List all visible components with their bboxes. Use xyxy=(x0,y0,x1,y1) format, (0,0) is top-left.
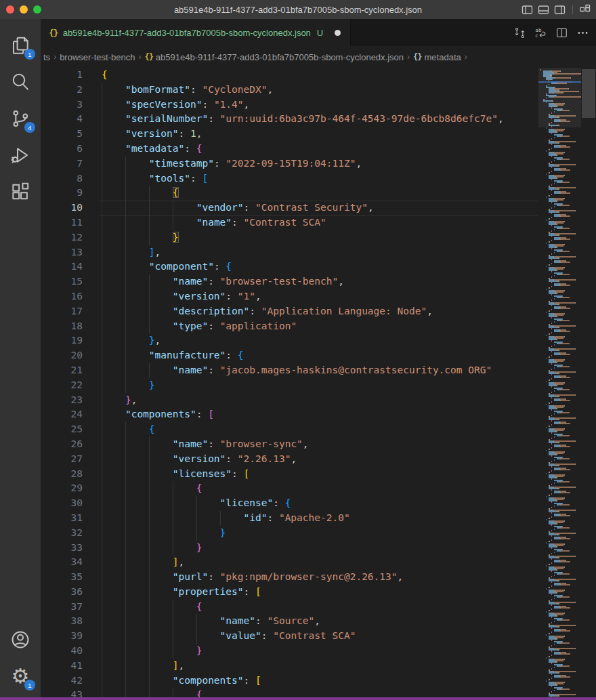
code-line[interactable]: 27 "version": "2.26.13", xyxy=(41,452,538,467)
breadcrumb-file[interactable]: {} ab591e4b-911f-4377-add3-01bfa7b7005b-… xyxy=(144,52,404,62)
line-number: 26 xyxy=(41,437,83,452)
unsaved-dot-icon[interactable] xyxy=(335,30,341,36)
code-line[interactable]: 17 "description": "Application Language:… xyxy=(41,304,538,319)
indent-guide xyxy=(125,215,126,230)
accounts-button[interactable] xyxy=(0,621,41,658)
code-line[interactable]: 5 "version": 1, xyxy=(41,127,538,142)
code-line[interactable]: 11 "name": "Contrast SCA" xyxy=(41,215,538,230)
code-line[interactable]: 32 } xyxy=(41,526,538,541)
code-line[interactable]: 7 "timestamp": "2022-09-15T19:04:11Z", xyxy=(41,157,538,171)
indent-guide xyxy=(149,644,150,659)
code-line[interactable]: 30 "license": { xyxy=(41,496,538,511)
breadcrumb-symbol-metadata[interactable]: {} metadata xyxy=(413,52,461,62)
code-line[interactable]: 33 } xyxy=(41,541,538,556)
code-line[interactable]: 10 "vendor": "Contrast Security", xyxy=(41,201,538,215)
code-line[interactable]: 1{ xyxy=(41,68,538,83)
code-line[interactable]: 23 }, xyxy=(41,393,538,408)
customize-layout-icon[interactable] xyxy=(580,4,591,15)
code-line[interactable]: 29 { xyxy=(41,481,538,496)
code-line[interactable]: 40 } xyxy=(41,644,538,659)
indent-guide xyxy=(125,614,126,629)
code-line[interactable]: 36 "properties": [ xyxy=(41,585,538,600)
word-wrap-icon[interactable]: ab c xyxy=(534,26,547,39)
code-line[interactable]: 34 ], xyxy=(41,555,538,570)
indent-guide xyxy=(125,363,126,378)
code-line[interactable]: 43 { xyxy=(41,688,538,697)
indent-guide xyxy=(125,481,126,496)
indent-guide xyxy=(149,629,150,644)
indent-guide xyxy=(102,629,102,644)
code-line[interactable]: 16 "version": "1", xyxy=(41,289,538,304)
code-line[interactable]: 31 "id": "Apache-2.0" xyxy=(41,511,538,526)
json-file-icon: {} xyxy=(144,52,152,62)
code-line[interactable]: 3 "specVersion": "1.4", xyxy=(41,98,538,112)
code-line[interactable]: 21 "name": "jacob.mages-haskins@contrast… xyxy=(41,363,538,378)
toggle-secondary-sidebar-icon[interactable] xyxy=(554,4,566,16)
code-line[interactable]: 19 }, xyxy=(41,333,538,348)
code-line[interactable]: 37 { xyxy=(41,600,538,615)
code-line[interactable]: 20 "manufacture": { xyxy=(41,348,538,363)
vertical-scrollbar[interactable] xyxy=(581,68,596,697)
code-line[interactable]: 2 "bomFormat": "CycloneDX", xyxy=(41,83,538,98)
code-line[interactable]: 15 "name": "browser-test-bench", xyxy=(41,274,538,289)
code-line[interactable]: 13 ], xyxy=(41,245,538,260)
code-line[interactable]: 42 "components": [ xyxy=(41,674,538,688)
code-line[interactable]: 39 "value": "Contrast SCA" xyxy=(41,629,538,644)
sidebar-item-run-and-debug[interactable] xyxy=(0,137,41,173)
settings-button[interactable]: ⚙ 1 xyxy=(0,658,41,695)
breadcrumb-folder-truncated[interactable]: ts xyxy=(43,52,50,62)
code-line[interactable]: 26 "name": "browser-sync", xyxy=(41,437,538,452)
code-lines[interactable]: 1{2 "bomFormat": "CycloneDX",3 "specVers… xyxy=(41,68,538,697)
indent-guide xyxy=(149,570,150,585)
breadcrumb-folder[interactable]: browser-test-bench xyxy=(60,52,135,62)
line-number: 1 xyxy=(41,68,83,83)
code-line[interactable]: 18 "type": "application" xyxy=(41,319,538,334)
indent-guide xyxy=(125,600,126,615)
indent-guide xyxy=(173,688,173,697)
zoom-window-button[interactable] xyxy=(33,5,41,14)
split-editor-icon[interactable] xyxy=(555,26,568,39)
indent-guide xyxy=(102,245,102,260)
indent-guide xyxy=(149,526,150,541)
code-line[interactable]: 22 } xyxy=(41,378,538,393)
line-number: 25 xyxy=(41,422,83,437)
code-line[interactable]: 35 "purl": "pkg:npm/browser-sync@2.26.13… xyxy=(41,570,538,585)
line-number: 13 xyxy=(41,245,83,260)
sidebar-item-extensions[interactable] xyxy=(0,173,41,210)
indent-guide xyxy=(125,230,126,245)
sidebar-item-explorer[interactable]: 1 xyxy=(0,27,41,64)
scrollbar-thumb[interactable] xyxy=(582,69,595,118)
tab-sbom-json[interactable]: {} ab591e4b-911f-4377-add3-01bfa7b7005b-… xyxy=(41,19,351,46)
toggle-panel-icon[interactable] xyxy=(538,4,549,16)
sidebar-item-source-control[interactable]: 4 xyxy=(0,100,41,137)
vscode-window: ab591e4b-911f-4377-add3-01bfa7b7005b-sbo… xyxy=(0,0,596,700)
code-line[interactable]: 4 "serialNumber": "urn:uuid:6ba3c97b-464… xyxy=(41,112,538,127)
minimap-content xyxy=(540,69,581,697)
indent-guide xyxy=(149,437,150,452)
code-line[interactable]: 28 "licenses": [ xyxy=(41,467,538,482)
code-line[interactable]: 8 "tools": [ xyxy=(41,171,538,186)
code-line[interactable]: 41 ], xyxy=(41,659,538,674)
line-number: 42 xyxy=(41,674,83,688)
toggle-primary-sidebar-icon[interactable] xyxy=(522,4,533,16)
indent-guide xyxy=(125,289,126,304)
code-line[interactable]: 38 "name": "Source", xyxy=(41,614,538,629)
minimap[interactable] xyxy=(538,68,581,697)
code-line[interactable]: 24 "components": [ xyxy=(41,407,538,422)
minimize-window-button[interactable] xyxy=(20,5,28,14)
open-changes-icon[interactable] xyxy=(513,26,526,39)
line-number: 4 xyxy=(41,112,83,127)
line-number: 41 xyxy=(41,659,83,674)
code-line[interactable]: 25 { xyxy=(41,422,538,437)
indent-guide xyxy=(102,526,102,541)
code-line[interactable]: 12 } xyxy=(41,230,538,245)
code-line[interactable]: 14 "component": { xyxy=(41,260,538,274)
sidebar-item-search[interactable] xyxy=(0,64,41,100)
line-number: 40 xyxy=(41,644,83,659)
indent-guide xyxy=(149,674,150,688)
close-window-button[interactable] xyxy=(6,5,14,14)
more-actions-icon[interactable] xyxy=(576,26,589,39)
code-line[interactable]: 6 "metadata": { xyxy=(41,142,538,157)
code-line[interactable]: 9 { xyxy=(41,186,538,201)
indent-guide xyxy=(173,496,173,511)
